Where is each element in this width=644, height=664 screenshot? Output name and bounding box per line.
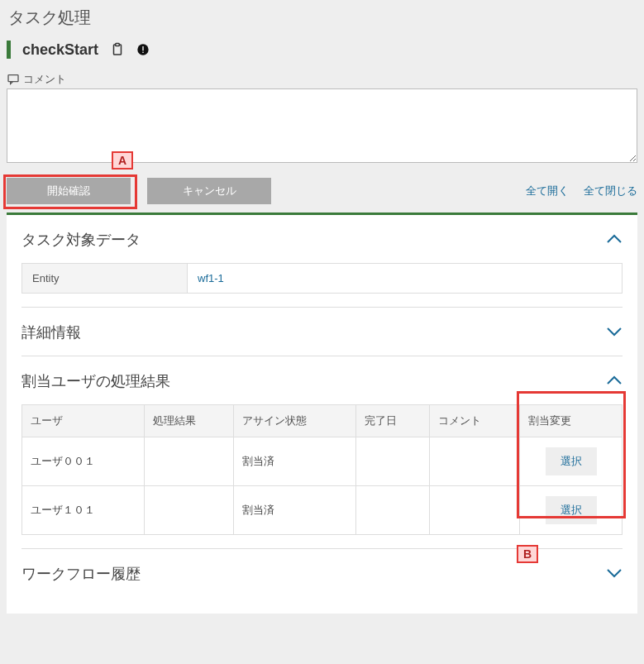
callout-a-label: A <box>112 151 133 170</box>
alert-icon <box>136 43 150 56</box>
comment-icon <box>7 73 20 86</box>
cell-result <box>144 486 234 535</box>
section-target-title: タスク対象データ <box>21 230 141 250</box>
collapse-all-link[interactable]: 全て閉じる <box>584 184 637 198</box>
chevron-down-icon <box>606 566 623 583</box>
section-results-title: 割当ユーザの処理結果 <box>21 371 170 391</box>
section-results: 割当ユーザの処理結果 ユーザ 処理結果 アサイン状態 完了日 コメント 割当変更 <box>21 356 623 549</box>
section-detail-title: 詳細情報 <box>21 322 81 342</box>
clipboard-icon <box>110 42 125 57</box>
cell-complete-date <box>355 486 429 535</box>
results-table: ユーザ 処理結果 アサイン状態 完了日 コメント 割当変更 ユーザ００１ 割当済 <box>21 404 623 535</box>
section-target-data: タスク対象データ Entity wf1-1 <box>21 215 623 308</box>
cell-user: ユーザ００１ <box>22 437 145 486</box>
page-title: タスク処理 <box>8 7 637 29</box>
chevron-up-icon <box>606 373 623 390</box>
chevron-up-icon <box>606 232 623 249</box>
cell-assign-state: 割当済 <box>234 486 356 535</box>
svg-rect-1 <box>116 44 120 46</box>
svg-rect-3 <box>142 46 143 50</box>
section-detail-header[interactable]: 詳細情報 <box>21 322 623 342</box>
confirm-start-button[interactable]: 開始確認 <box>7 178 131 204</box>
table-row: ユーザ１０１ 割当済 選択 <box>22 486 623 535</box>
entity-link[interactable]: wf1-1 <box>198 272 224 284</box>
comment-input[interactable] <box>7 88 637 163</box>
col-user: ユーザ <box>22 405 145 437</box>
col-complete-date: 完了日 <box>355 405 429 437</box>
cell-result <box>144 437 234 486</box>
task-name: checkStart <box>22 41 98 59</box>
cell-action: 選択 <box>520 486 623 535</box>
svg-rect-4 <box>142 52 143 53</box>
col-result: 処理結果 <box>144 405 234 437</box>
task-accent-bar <box>7 41 11 59</box>
entity-key-cell: Entity <box>22 264 188 294</box>
cell-assign-state: 割当済 <box>234 437 356 486</box>
cancel-button[interactable]: キャンセル <box>147 178 271 204</box>
chevron-down-icon <box>606 324 623 342</box>
table-row: Entity wf1-1 <box>22 264 623 294</box>
expand-all-link[interactable]: 全て開く <box>526 184 569 198</box>
cell-complete-date <box>355 437 429 486</box>
col-reassign: 割当変更 <box>520 405 623 437</box>
entity-value-cell: wf1-1 <box>188 264 623 294</box>
target-data-table: Entity wf1-1 <box>21 263 623 294</box>
select-button[interactable]: 選択 <box>546 447 597 475</box>
cell-comment <box>430 486 520 535</box>
table-row: ユーザ００１ 割当済 選択 <box>22 437 623 486</box>
svg-rect-5 <box>8 75 18 82</box>
section-history-header[interactable]: ワークフロー履歴 <box>21 564 623 584</box>
cell-user: ユーザ１０１ <box>22 486 145 535</box>
comment-label: コメント <box>23 72 66 87</box>
select-button[interactable]: 選択 <box>546 496 597 524</box>
section-target-header[interactable]: タスク対象データ <box>21 230 623 250</box>
comment-label-row: コメント <box>7 72 637 87</box>
cell-action: 選択 <box>520 437 623 486</box>
results-header-row: ユーザ 処理結果 アサイン状態 完了日 コメント 割当変更 <box>22 405 623 437</box>
content-panel: タスク対象データ Entity wf1-1 詳細情報 <box>7 213 637 614</box>
action-row: 開始確認 キャンセル 全て開く 全て閉じる A <box>7 178 637 204</box>
task-header: checkStart <box>7 41 637 59</box>
col-comment: コメント <box>430 405 520 437</box>
cell-comment <box>430 437 520 486</box>
callout-b-label: B <box>517 545 538 563</box>
section-results-header[interactable]: 割当ユーザの処理結果 <box>21 371 623 391</box>
section-detail: 詳細情報 <box>21 308 623 356</box>
section-history-title: ワークフロー履歴 <box>21 564 141 584</box>
col-assign-state: アサイン状態 <box>234 405 356 437</box>
